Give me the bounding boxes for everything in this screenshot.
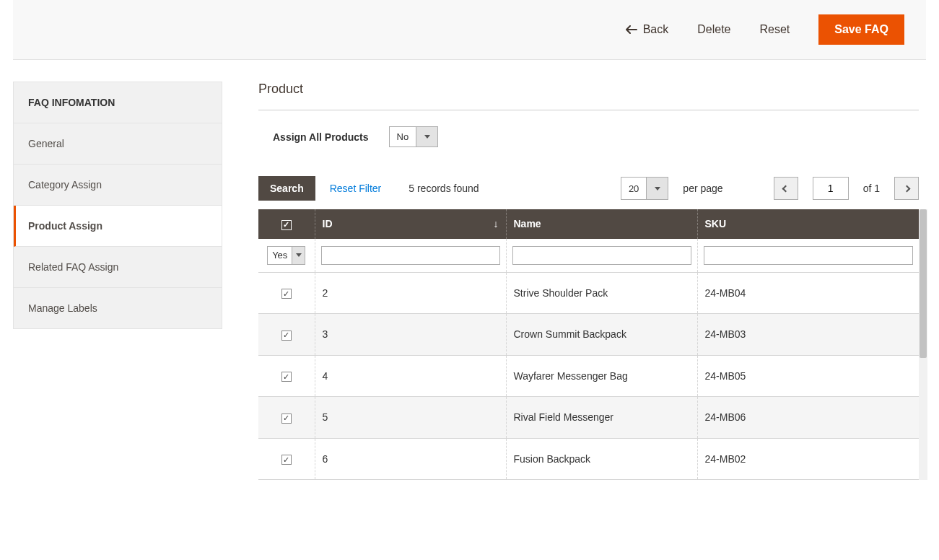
assign-all-products-row: Assign All Products No bbox=[258, 126, 919, 147]
next-page-button[interactable] bbox=[894, 177, 919, 200]
search-button[interactable]: Search bbox=[258, 176, 315, 201]
reset-button[interactable]: Reset bbox=[760, 23, 790, 36]
per-page-value: 20 bbox=[621, 178, 646, 199]
row-checkbox[interactable] bbox=[281, 331, 292, 341]
row-checkbox[interactable] bbox=[281, 414, 292, 424]
back-label: Back bbox=[643, 23, 669, 36]
column-header-sku[interactable]: SKU bbox=[697, 209, 919, 239]
per-page-label: per page bbox=[683, 183, 722, 194]
table-row[interactable]: 5 Rival Field Messenger 24-MB06 bbox=[258, 397, 919, 439]
page-number-input[interactable] bbox=[813, 177, 849, 200]
cell-name: Rival Field Messenger bbox=[506, 397, 697, 439]
row-checkbox[interactable] bbox=[281, 289, 292, 299]
chevron-left-icon bbox=[782, 185, 790, 192]
sidebar-item-related-faq-assign[interactable]: Related FAQ Assign bbox=[14, 247, 222, 288]
reset-filter-link[interactable]: Reset Filter bbox=[330, 183, 382, 194]
filter-checkbox-select[interactable]: Yes bbox=[267, 246, 305, 265]
delete-button[interactable]: Delete bbox=[697, 23, 730, 36]
cell-name: Wayfarer Messenger Bag bbox=[506, 355, 697, 397]
prev-page-button[interactable] bbox=[774, 177, 798, 200]
sidebar-item-product-assign[interactable]: Product Assign bbox=[14, 206, 222, 247]
scrollbar[interactable] bbox=[919, 209, 927, 480]
save-faq-button[interactable]: Save FAQ bbox=[818, 14, 904, 45]
table-row[interactable]: 3 Crown Summit Backpack 24-MB03 bbox=[258, 314, 919, 356]
cell-sku: 24-MB06 bbox=[697, 397, 919, 439]
cell-name: Fusion Backpack bbox=[506, 438, 697, 480]
page-total-label: of 1 bbox=[863, 183, 880, 194]
assign-all-products-select[interactable]: No bbox=[389, 126, 439, 147]
filter-name-input[interactable] bbox=[512, 246, 691, 265]
cell-sku: 24-MB05 bbox=[697, 355, 919, 397]
scrollbar-thumb[interactable] bbox=[920, 209, 927, 358]
filter-id-input[interactable] bbox=[321, 246, 500, 265]
cell-sku: 24-MB02 bbox=[697, 438, 919, 480]
assign-all-products-label: Assign All Products bbox=[273, 131, 369, 143]
column-header-name[interactable]: Name bbox=[506, 209, 697, 239]
cell-id: 3 bbox=[315, 314, 506, 356]
cell-sku: 24-MB03 bbox=[697, 314, 919, 356]
per-page-select[interactable]: 20 bbox=[621, 177, 668, 200]
cell-sku: 24-MB04 bbox=[697, 272, 919, 314]
chevron-down-icon bbox=[646, 178, 668, 199]
chevron-down-icon bbox=[292, 247, 305, 264]
section-title: Product bbox=[258, 82, 919, 110]
sidebar-item-manage-labels[interactable]: Manage Labels bbox=[14, 288, 222, 328]
content-area: Product Assign All Products No Search Re… bbox=[258, 82, 926, 480]
table-row[interactable]: 2 Strive Shoulder Pack 24-MB04 bbox=[258, 272, 919, 314]
sidebar-item-category-assign[interactable]: Category Assign bbox=[14, 165, 222, 206]
row-checkbox[interactable] bbox=[281, 372, 292, 382]
filter-sku-input[interactable] bbox=[704, 246, 914, 265]
cell-name: Strive Shoulder Pack bbox=[506, 272, 697, 314]
cell-id: 2 bbox=[315, 272, 506, 314]
column-header-checkbox[interactable] bbox=[258, 209, 315, 239]
grid-toolbar: Search Reset Filter 5 records found 20 p… bbox=[258, 176, 919, 201]
cell-id: 4 bbox=[315, 355, 506, 397]
page-actions-bar: Back Delete Reset Save FAQ bbox=[13, 0, 926, 60]
cell-name: Crown Summit Backpack bbox=[506, 314, 697, 356]
cell-id: 6 bbox=[315, 438, 506, 480]
table-row[interactable]: 6 Fusion Backpack 24-MB02 bbox=[258, 438, 919, 480]
cell-id: 5 bbox=[315, 397, 506, 439]
chevron-right-icon bbox=[903, 185, 910, 192]
back-button[interactable]: Back bbox=[626, 23, 669, 36]
sidebar-title: FAQ INFOMATION bbox=[14, 82, 222, 123]
sort-desc-icon: ↓ bbox=[494, 218, 499, 229]
table-row[interactable]: 4 Wayfarer Messenger Bag 24-MB05 bbox=[258, 355, 919, 397]
sidebar: FAQ INFOMATION General Category Assign P… bbox=[13, 82, 222, 329]
chevron-down-icon bbox=[416, 127, 437, 146]
select-value: No bbox=[390, 127, 416, 146]
column-header-id[interactable]: ID↓ bbox=[315, 209, 506, 239]
select-all-checkbox[interactable] bbox=[281, 220, 292, 230]
sidebar-item-general[interactable]: General bbox=[14, 123, 222, 165]
records-found-label: 5 records found bbox=[409, 183, 479, 194]
filter-row: Yes bbox=[258, 239, 919, 273]
row-checkbox[interactable] bbox=[281, 455, 292, 465]
arrow-left-icon bbox=[626, 25, 637, 34]
product-grid: ID↓ Name SKU Yes bbox=[258, 209, 919, 480]
